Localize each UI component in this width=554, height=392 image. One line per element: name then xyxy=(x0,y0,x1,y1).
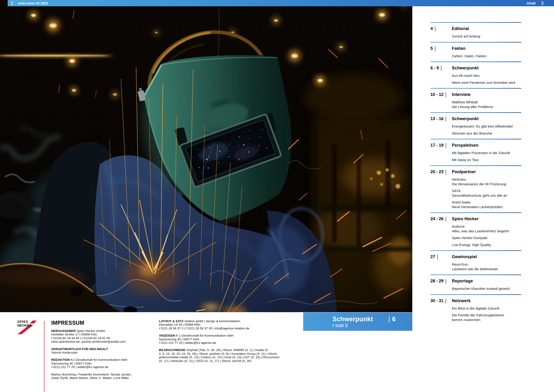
feature-title: Schwerpunkt xyxy=(332,316,373,323)
toc-separator: | xyxy=(435,26,436,32)
toc-separator: | xyxy=(445,298,446,304)
toc-description-line: Energiekosten: Es gibt kein Allheilmitte… xyxy=(452,124,521,129)
feature-separator: | xyxy=(388,316,390,323)
right-page-number: 3 xyxy=(541,1,544,6)
toc-entry[interactable]: 13 - 16| Schwerpunkt Energiekosten: Es g… xyxy=(430,112,521,139)
toc-page-range: 20 - 23| xyxy=(430,169,446,174)
toc-description-line: Zahlen, Daten, Fakten xyxy=(452,54,521,58)
toc-description-line: Herkules:Die Renaissance der IR-Trocknun… xyxy=(452,177,521,186)
toc-description-line: Ein Blick in die digitale Zukunft xyxy=(452,306,521,311)
impressum-blocks-1: HERAUSGEBER Spies Hecker GmbHHorbeller S… xyxy=(51,329,156,380)
toc-entry-description: Energiekosten: Es gibt kein Allheilmitte… xyxy=(452,124,521,135)
toc-entry-description: Race-Gun:Lackieren wie die Weltmeister xyxy=(452,262,521,271)
impressum-block: REDAKTION K1 Gesellschaft für Kommunikat… xyxy=(51,358,156,369)
toc-page-range: 27| xyxy=(430,254,438,259)
welder-photo xyxy=(0,0,412,312)
toc-page-range: 24 - 26| xyxy=(430,217,446,221)
impressum-heading: IMPRESSUM xyxy=(51,320,156,326)
toc-entry-title: Schwerpunkt xyxy=(452,66,521,70)
magazine-spread: 2 color.news 02.2022 Inhalt 3 Schwerpunk… xyxy=(0,0,554,392)
feature-page-number: 6 xyxy=(392,316,395,323)
toc-entry[interactable]: 4| Editorial Zurück auf Anfang xyxy=(430,22,521,42)
toc-entry[interactable]: 10 - 12| Interview Matthew Whittall:Die … xyxy=(430,88,521,112)
toc-separator: | xyxy=(437,254,438,260)
toc-description-line: Race-Gun:Lackieren wie die Weltmeister xyxy=(452,262,521,271)
toc-description-line: Die Familie der Fahrzeuglackiererkommt z… xyxy=(452,313,521,322)
toc-entry-description: Matthew Whittall:Die Lösung aller Proble… xyxy=(452,100,521,109)
page-header-bar: 2 color.news 02.2022 Inhalt 3 xyxy=(8,0,554,6)
section-title: Inhalt xyxy=(526,2,536,5)
toc-description-line: Audurra:Alles, was das Lackiererherz beg… xyxy=(452,224,521,233)
feature-page-ref: | 6 xyxy=(388,316,395,323)
toc-description-line: Low Energy, High Quality xyxy=(452,243,521,247)
toc-separator: | xyxy=(445,142,446,148)
welder-photo-art xyxy=(0,0,412,312)
toc-entry[interactable]: 30 - 31| Netzwerk Ein Blick in die digit… xyxy=(430,294,521,325)
feature-teaser-box[interactable]: Schwerpunkt | 6 I statt E xyxy=(303,312,412,331)
toc-description-line: SATA:Gesundheitsschutz geht uns alle an xyxy=(452,189,521,198)
toc-entry-title: Fakten xyxy=(452,46,521,51)
toc-entry-description: Aus Alt mach NeuWenn eine Pandemie zum A… xyxy=(452,73,521,85)
toc-entry-title: Poolpartner xyxy=(452,169,521,174)
toc-entry-title: Perspektiven xyxy=(452,143,521,148)
toc-description-line: Aus Alt mach Neu xyxy=(452,73,521,78)
toc-description-line: Zurück auf Anfang xyxy=(452,34,521,39)
toc-description-line: Mit digitalen Prozessen in die Zukunft xyxy=(452,151,521,155)
impressum-column-2: LAYOUT & SATZ relation gmbh | design & k… xyxy=(159,319,286,366)
logo-slash-small xyxy=(30,321,37,323)
toc-description-line: Anest Iwata:Neue Generation Lackierpisto… xyxy=(452,200,521,209)
toc-description-line: Stimmen aus der Branche xyxy=(452,131,521,136)
toc-description-line: Wenn eine Pandemie zum Antreiber wird xyxy=(452,80,521,85)
toc-page-range: 30 - 31| xyxy=(430,298,446,303)
toc-entry[interactable]: 5| Fakten Zahlen, Daten, Fakten xyxy=(430,42,521,62)
impressum-block: LAYOUT & SATZ relation gmbh | design & k… xyxy=(159,319,286,330)
toc-entry-title: Interview xyxy=(452,92,521,97)
impressum-column-1: IMPRESSUM HERAUSGEBER Spies Hecker GmbHH… xyxy=(51,320,156,383)
impressum-divider-line xyxy=(44,321,44,392)
toc-entry-description: Mit digitalen Prozessen in die ZukunftMi… xyxy=(452,151,521,162)
spies-hecker-logo-art: SPIES HECKER xyxy=(17,320,43,336)
publication-title: color.news 02.2022 xyxy=(18,2,48,5)
toc-page-range: 10 - 12| xyxy=(430,92,446,97)
toc-page-range: 6 - 9| xyxy=(430,66,442,70)
toc-page-range: 17 - 19| xyxy=(430,143,446,148)
toc-entry-description: Herkules:Die Renaissance der IR-Trocknun… xyxy=(452,177,521,209)
toc-page-range: 28 - 29| xyxy=(430,279,446,284)
impressum-blocks-2: LAYOUT & SATZ relation gmbh | design & k… xyxy=(159,319,286,363)
toc-page-range: 13 - 16| xyxy=(430,116,446,121)
logo-word-1: SPIES xyxy=(17,320,28,323)
toc-entry[interactable]: 28 - 29| Reportage Bayerischer Klassiker… xyxy=(430,274,521,294)
impressum-block: VERANTWORTLICH FÜR DEN INHALTYasmin Armb… xyxy=(51,347,156,355)
impressum-block: Markus Buchenau, Friederike Duvenbeck, N… xyxy=(51,373,156,380)
toc-page-range: 5| xyxy=(430,46,436,51)
toc-entry[interactable]: 24 - 26| Spies Hecker Audurra:Alles, was… xyxy=(430,212,521,250)
toc-description-line: Bayerischer Klassiker instand gesetzt xyxy=(452,286,521,291)
toc-page-range: 4| xyxy=(430,26,436,31)
toc-separator: | xyxy=(435,46,436,51)
toc-separator: | xyxy=(445,92,446,98)
toc-entry-title: Spies Hecker xyxy=(452,217,521,221)
toc-separator: | xyxy=(445,216,446,222)
table-of-contents: 4| Editorial Zurück auf Anfang 5| Fakten… xyxy=(430,22,521,325)
toc-separator: | xyxy=(445,169,446,175)
toc-entry-description: Ein Blick in die digitale ZukunftDie Fam… xyxy=(452,306,521,322)
toc-separator: | xyxy=(445,116,446,122)
toc-entry-description: Zurück auf Anfang xyxy=(452,34,521,39)
toc-description-line: Spies Hecker Kompakt xyxy=(452,236,521,240)
toc-entry-title: Editorial xyxy=(452,26,521,31)
toc-description-line: Matthew Whittall:Die Lösung aller Proble… xyxy=(452,100,521,109)
feature-subtitle: I statt E xyxy=(332,323,395,328)
impressum-block: BILDNACHWEISE Holyhall (Titel, S. 28, 29… xyxy=(159,348,286,363)
toc-entry-title: Reportage xyxy=(452,279,521,284)
toc-separator: | xyxy=(441,65,442,71)
toc-entry[interactable]: 20 - 23| Poolpartner Herkules:Die Renais… xyxy=(430,165,521,212)
toc-entry-title: Schwerpunkt xyxy=(452,116,521,121)
toc-entry[interactable]: 17 - 19| Perspektiven Mit digitalen Proz… xyxy=(430,139,521,165)
impressum-block: HERAUSGEBER Spies Hecker GmbHHorbeller S… xyxy=(51,329,156,343)
toc-entry-description: Audurra:Alles, was das Lackiererherz beg… xyxy=(452,224,521,247)
toc-entry-title: Netzwerk xyxy=(452,298,521,303)
toc-entry[interactable]: 6 - 9| Schwerpunkt Aus Alt mach NeuWenn … xyxy=(430,62,521,88)
left-page-number: 2 xyxy=(11,1,13,6)
toc-description-line: Mit Daisy on Tour xyxy=(452,158,521,162)
toc-entry[interactable]: 27| Gewinnspiel Race-Gun:Lackieren wie d… xyxy=(430,250,521,274)
